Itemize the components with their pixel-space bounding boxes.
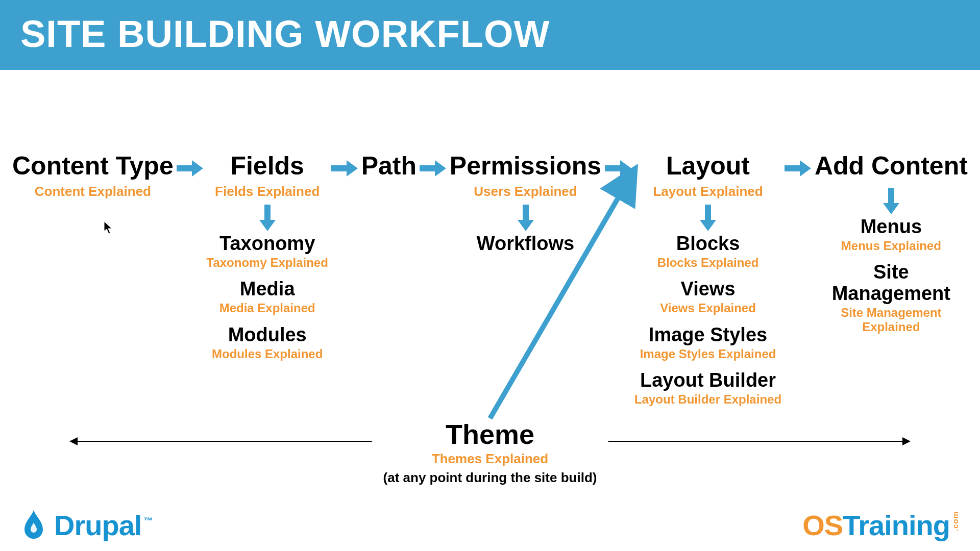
sub-explained: Views Explained [634,301,781,315]
arrow-down-icon [258,205,277,231]
sub-label: Views [634,279,781,300]
arrow-down-icon [699,205,717,231]
sub-item-taxonomy: Taxonomy Taxonomy Explained [207,233,328,269]
theme-label: Theme [383,420,597,448]
step-content-type: Content Type Content Explained [12,153,174,199]
step-permissions: Permissions Users Explained Workflows [450,153,601,255]
arrow-right-icon [785,159,811,178]
theme-note: (at any point during the site build) [383,470,597,486]
theme-block: Theme Themes Explained (at any point dur… [372,420,608,486]
sub-explained: Layout Builder Explained [634,392,781,407]
step-subtitle: Fields Explained [207,184,328,199]
theme-explained: Themes Explained [383,451,597,467]
trademark-symbol: ™ [143,516,152,526]
sub-explained: Menus Explained [815,239,968,253]
arrow-right-icon [420,159,446,178]
sub-label: Layout Builder [634,370,781,391]
sub-label: Site Management [815,262,968,305]
step-title: Add Content [815,153,968,179]
sub-item-media: Media Media Explained [207,279,328,315]
step-add-content: Add Content Menus Menus Explained Site M… [815,153,968,334]
sub-item-site-management: Site Management Site Management Explaine… [815,262,968,334]
arrow-right-icon [605,159,631,178]
workflow-row: Content Type Content Explained Fields Fi… [12,153,968,407]
addcontent-children: Menus Menus Explained Site Management Si… [815,216,968,334]
step-path: Path [361,153,416,179]
step-fields: Fields Fields Explained Taxonomy Taxonom… [207,153,328,361]
slide-title: SITE BUILDING WORKFLOW [20,13,550,55]
drupal-logo: Drupal™ [20,509,150,542]
sub-explained: Media Explained [207,301,328,315]
drupal-drop-icon [20,509,47,542]
sub-explained: Modules Explained [207,347,328,361]
cursor-icon [104,221,113,234]
step-layout: Layout Layout Explained Blocks Blocks Ex… [634,153,781,407]
arrow-right-icon [331,159,358,178]
arrow-down-icon [882,188,900,214]
layout-children: Blocks Blocks Explained Views Views Expl… [634,233,781,407]
sub-item-image-styles: Image Styles Image Styles Explained [634,324,781,361]
sub-label: Menus [815,216,968,238]
sub-explained: Site Management Explained [815,306,968,334]
sub-label: Taxonomy [207,233,328,255]
sub-item-blocks: Blocks Blocks Explained [634,233,781,269]
slide: SITE BUILDING WORKFLOW Content Type Cont… [0,0,980,551]
arrow-down-icon [517,205,535,231]
step-title: Content Type [12,153,174,179]
sub-item-views: Views Views Explained [634,279,781,315]
os-prefix: OS [802,509,843,541]
step-subtitle: Content Explained [12,184,174,199]
sub-explained: Image Styles Explained [634,347,781,361]
sub-label: Modules [207,324,328,346]
sub-item-layout-builder: Layout Builder Layout Builder Explained [634,370,781,406]
sub-item-menus: Menus Menus Explained [815,216,968,253]
sub-label: Image Styles [634,324,781,346]
sub-label: Blocks [634,233,781,255]
drupal-wordmark: Drupal™ [54,509,150,542]
step-title: Permissions [450,153,601,179]
permissions-children: Workflows [450,233,601,255]
step-subtitle: Users Explained [450,184,601,199]
sub-explained: Taxonomy Explained [207,256,328,270]
step-title: Path [361,153,416,179]
sub-label: Workflows [450,233,601,255]
os-domain: .com [951,511,960,531]
arrow-right-icon [177,159,203,178]
step-subtitle: Layout Explained [634,184,781,199]
ostraining-logo: OSTraining.com [802,509,960,542]
os-suffix: Training [843,509,950,541]
step-title: Layout [634,153,781,179]
sub-item-modules: Modules Modules Explained [207,324,328,361]
step-title: Fields [207,153,328,179]
sub-label: Media [207,279,328,300]
sub-item-workflows: Workflows [450,233,601,255]
title-bar: SITE BUILDING WORKFLOW [0,0,980,70]
fields-children: Taxonomy Taxonomy Explained Media Media … [207,233,328,361]
drupal-text: Drupal [54,509,141,541]
sub-explained: Blocks Explained [634,256,781,270]
